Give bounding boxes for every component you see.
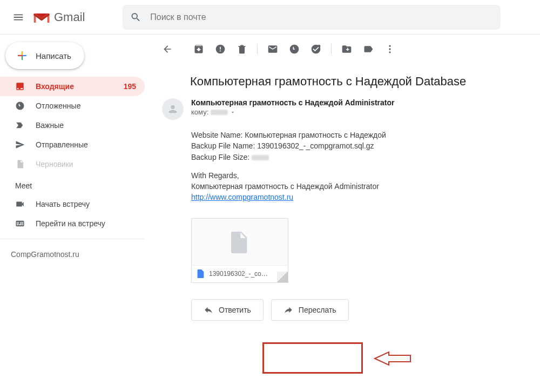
reply-label: Ответить bbox=[219, 306, 251, 314]
forward-icon bbox=[284, 305, 293, 315]
body-line: Backup File Name: 1390196302_-_compgramo… bbox=[191, 140, 534, 151]
sidebar-item-sent[interactable]: Отправленные bbox=[0, 135, 145, 154]
meet-section-header: Meet bbox=[0, 174, 145, 194]
attachment-filename-bar: 1390196302_-_co… bbox=[192, 265, 288, 282]
recipient-line[interactable]: кому: bbox=[191, 108, 534, 116]
mark-unread-button[interactable] bbox=[262, 38, 284, 60]
sidebar-item-label: Отправленные bbox=[36, 140, 88, 149]
move-to-button[interactable] bbox=[336, 38, 357, 60]
svg-point-6 bbox=[318, 45, 320, 48]
email-toolbar bbox=[152, 35, 540, 64]
body-line: Website Name: Компьютерная грамотность с… bbox=[191, 130, 534, 140]
meet-item-label: Перейти на встречу bbox=[36, 219, 105, 228]
inbox-count: 195 bbox=[124, 82, 136, 91]
svg-point-9 bbox=[389, 51, 390, 53]
search-input[interactable] bbox=[150, 12, 493, 22]
body-line: Компьютерная грамотность с Надеждой Admi… bbox=[191, 181, 534, 192]
inbox-icon bbox=[15, 82, 25, 91]
body-line: With Regards, bbox=[191, 170, 534, 181]
body-link[interactable]: http://www.compgramotnost.ru bbox=[191, 193, 293, 201]
sidebar-item-important[interactable]: Важные bbox=[0, 116, 145, 135]
spam-button[interactable] bbox=[210, 38, 231, 60]
sidebar-item-snoozed[interactable]: Отложенные bbox=[0, 96, 145, 116]
email-content: Компьютерная грамотность с Надеждой Data… bbox=[147, 35, 540, 392]
sender-avatar[interactable] bbox=[162, 98, 184, 120]
clock-icon bbox=[15, 101, 25, 111]
body-line: Backup File Size: bbox=[191, 152, 534, 163]
attachment-preview bbox=[192, 219, 288, 266]
chevron-down-icon bbox=[230, 110, 235, 115]
main-menu-button[interactable] bbox=[6, 5, 30, 29]
app-title: Gmail bbox=[54, 10, 85, 24]
important-icon bbox=[15, 120, 25, 130]
sidebar-item-label: Отложенные bbox=[36, 102, 80, 110]
sidebar-item-inbox[interactable]: Входящие 195 bbox=[0, 77, 145, 96]
meet-item-label: Начать встречу bbox=[36, 200, 90, 208]
reply-button[interactable]: Ответить bbox=[191, 299, 264, 321]
send-icon bbox=[15, 140, 25, 150]
gmail-logo[interactable]: Gmail bbox=[32, 10, 85, 24]
recipient-redacted bbox=[211, 110, 228, 115]
forward-button[interactable]: Переслать bbox=[271, 299, 349, 321]
email-body: Website Name: Компьютерная грамотность с… bbox=[152, 120, 540, 203]
attachment-card[interactable]: 1390196302_-_co… bbox=[191, 218, 288, 283]
page-curl-icon bbox=[277, 272, 288, 282]
search-icon bbox=[130, 11, 141, 23]
annotation-highlight bbox=[262, 342, 363, 374]
reply-icon bbox=[204, 305, 213, 315]
meet-join[interactable]: Перейти на встречу bbox=[0, 214, 145, 233]
labels-button[interactable] bbox=[357, 38, 379, 60]
sidebar-item-label: Входящие bbox=[36, 82, 74, 91]
sidebar-item-label: Важные bbox=[36, 121, 64, 130]
forward-label: Переслать bbox=[299, 306, 336, 314]
video-icon bbox=[15, 199, 25, 209]
draft-icon bbox=[15, 159, 25, 169]
meet-start[interactable]: Начать встречу bbox=[0, 194, 145, 214]
archive-button[interactable] bbox=[188, 38, 210, 60]
sidebar: Написать Входящие 195 Отложенные Важные … bbox=[0, 35, 147, 392]
compose-button[interactable]: Написать bbox=[5, 42, 84, 69]
sidebar-item-drafts[interactable]: Черновики bbox=[0, 154, 145, 174]
add-tasks-button[interactable] bbox=[305, 38, 327, 60]
annotation-arrow bbox=[374, 351, 411, 366]
snooze-button[interactable] bbox=[284, 38, 305, 60]
email-subject: Компьютерная грамотность с Надеждой Data… bbox=[152, 64, 540, 98]
svg-point-7 bbox=[389, 45, 390, 47]
recipient-prefix: кому: bbox=[191, 108, 208, 116]
sidebar-footer: CompGramotnost.ru bbox=[0, 239, 145, 259]
back-button[interactable] bbox=[157, 38, 178, 60]
search-bar[interactable] bbox=[123, 5, 501, 30]
attachment-filename: 1390196302_-_co… bbox=[209, 270, 268, 278]
file-icon bbox=[197, 269, 205, 278]
app-header: Gmail bbox=[0, 0, 540, 35]
delete-button[interactable] bbox=[231, 38, 253, 60]
sender-name: Компьютерная грамотность с Надеждой Admi… bbox=[191, 98, 534, 107]
keyboard-icon bbox=[15, 219, 25, 228]
more-button[interactable] bbox=[379, 38, 401, 60]
compose-label: Написать bbox=[36, 51, 71, 60]
sidebar-item-label: Черновики bbox=[36, 160, 73, 168]
svg-point-8 bbox=[389, 48, 390, 50]
